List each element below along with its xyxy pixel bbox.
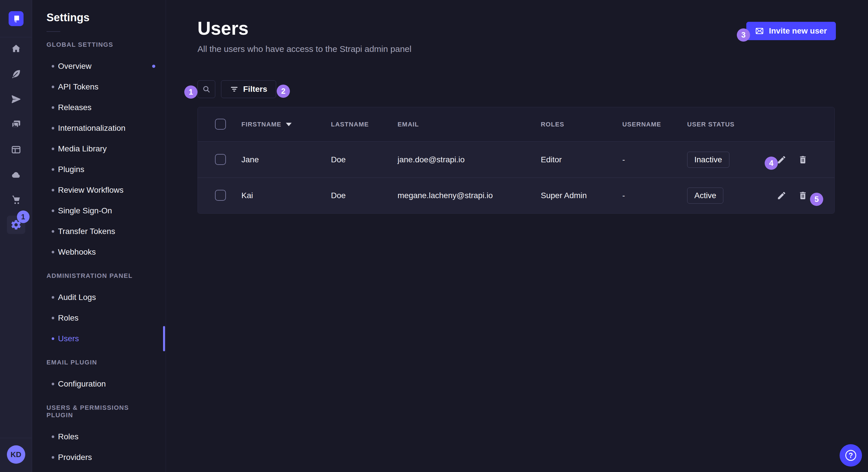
search-icon (202, 85, 211, 94)
table-header-row: FIRSTNAME LASTNAME EMAIL ROLES USERNAME … (198, 107, 834, 142)
logo-section (0, 0, 32, 37)
delete-user-button[interactable] (798, 191, 808, 201)
column-header-lastname[interactable]: LASTNAME (331, 121, 398, 128)
search-button[interactable] (197, 80, 215, 98)
sidebar-item-review-workflows[interactable]: Review Workflows (32, 180, 166, 200)
invite-new-user-button[interactable]: Invite new user (746, 22, 836, 40)
cell-roles: Editor (541, 155, 622, 164)
sidebar-item-transfer-tokens[interactable]: Transfer Tokens (32, 221, 166, 242)
sidebar-item-media-library[interactable]: Media Library (32, 138, 166, 159)
column-header-email[interactable]: EMAIL (398, 121, 541, 128)
sidebar-item-internationalization[interactable]: Internationalization (32, 118, 166, 138)
question-mark-icon: ? (845, 450, 856, 461)
section-email-plugin: EMAIL PLUGIN (32, 359, 166, 366)
annotation-badge-2: 2 (277, 85, 290, 98)
table-row: Kai Doe megane.lacheny@strapi.io Super A… (198, 177, 834, 213)
filters-button[interactable]: Filters (221, 80, 276, 98)
cell-firstname: Jane (241, 155, 331, 164)
sidebar-item-api-tokens[interactable]: API Tokens (32, 76, 166, 97)
paper-plane-icon[interactable] (10, 94, 22, 105)
sidebar-item-up-roles[interactable]: Roles (32, 427, 166, 447)
cell-roles: Super Admin (541, 191, 622, 200)
trash-icon (798, 155, 808, 165)
sort-descending-icon (286, 123, 291, 126)
column-header-firstname[interactable]: FIRSTNAME (241, 121, 331, 128)
home-icon[interactable] (10, 43, 22, 55)
select-all-checkbox[interactable] (215, 119, 226, 130)
section-global-settings: GLOBAL SETTINGS (32, 41, 166, 48)
column-header-username[interactable]: USERNAME (622, 121, 687, 128)
annotation-badge-5: 5 (810, 193, 823, 206)
help-button[interactable]: ? (840, 444, 862, 467)
page-subtitle: All the users who have access to the Str… (197, 44, 411, 54)
sidebar-item-providers[interactable]: Providers (32, 447, 166, 468)
sidebar-item-overview[interactable]: Overview (32, 56, 166, 76)
cell-username: - (622, 155, 687, 164)
page-title: Users (197, 19, 411, 38)
cart-icon[interactable] (10, 194, 22, 206)
filter-icon (230, 85, 239, 94)
main-nav-items (10, 37, 22, 206)
layout-icon[interactable] (10, 144, 22, 156)
envelope-icon (755, 27, 764, 35)
status-badge: Inactive (687, 152, 730, 168)
sidebar-item-plugins[interactable]: Plugins (32, 159, 166, 180)
subnav-title: Settings (32, 11, 166, 24)
cell-email: jane.doe@strapi.io (398, 155, 541, 164)
subnav-divider (46, 31, 60, 32)
overview-notification-dot (152, 65, 155, 68)
cell-email: megane.lacheny@strapi.io (398, 191, 541, 200)
sidebar-item-single-sign-on[interactable]: Single Sign-On (32, 200, 166, 221)
cloud-icon[interactable] (10, 169, 22, 181)
sidebar-item-admin-roles[interactable]: Roles (32, 308, 166, 328)
column-header-roles[interactable]: ROLES (541, 121, 622, 128)
annotation-badge-3: 3 (737, 28, 750, 42)
cell-firstname: Kai (241, 191, 331, 200)
sidebar-item-audit-logs[interactable]: Audit Logs (32, 287, 166, 308)
column-header-user-status[interactable]: USER STATUS (687, 121, 771, 128)
settings-subnav: Settings GLOBAL SETTINGS Overview API To… (32, 0, 166, 472)
strapi-logo-icon[interactable] (9, 11, 24, 26)
settings-nav-button[interactable]: 1 (7, 216, 25, 234)
main-nav-rail: 1 KD (0, 0, 32, 472)
edit-user-button[interactable] (776, 155, 787, 165)
table-row: Jane Doe jane.doe@strapi.io Editor - Ina… (198, 142, 834, 177)
sidebar-item-users[interactable]: Users (32, 328, 166, 349)
delete-user-button[interactable] (798, 155, 808, 165)
toolbar: Filters (197, 80, 836, 98)
sidebar-item-webhooks[interactable]: Webhooks (32, 242, 166, 262)
strapi-admin-page: 1 KD Settings GLOBAL SETTINGS Overview A… (0, 0, 868, 472)
annotation-badge-4: 4 (765, 157, 778, 170)
user-avatar[interactable]: KD (7, 445, 25, 464)
sidebar-item-releases[interactable]: Releases (32, 97, 166, 118)
pencil-icon (777, 191, 786, 200)
feather-icon[interactable] (10, 68, 22, 80)
pencil-icon (777, 155, 786, 165)
annotation-badge-1: 1 (184, 86, 197, 99)
cell-lastname: Doe (331, 191, 398, 200)
cell-username: - (622, 191, 687, 200)
trash-icon (798, 191, 808, 200)
row-checkbox[interactable] (215, 190, 226, 201)
status-badge: Active (687, 188, 723, 204)
row-checkbox[interactable] (215, 154, 226, 165)
edit-user-button[interactable] (776, 191, 787, 201)
cell-lastname: Doe (331, 155, 398, 164)
settings-notification-badge: 1 (17, 210, 30, 223)
active-item-indicator (163, 326, 165, 351)
media-library-icon[interactable] (10, 119, 22, 130)
rail-bottom-section: KD (0, 438, 32, 472)
sidebar-item-configuration[interactable]: Configuration (32, 374, 166, 394)
section-administration-panel: ADMINISTRATION PANEL (32, 272, 166, 279)
section-users-permissions-plugin: USERS & PERMISSIONS PLUGIN (32, 404, 166, 419)
users-table: FIRSTNAME LASTNAME EMAIL ROLES USERNAME … (197, 107, 835, 214)
main-content: Users All the users who have access to t… (166, 0, 868, 472)
